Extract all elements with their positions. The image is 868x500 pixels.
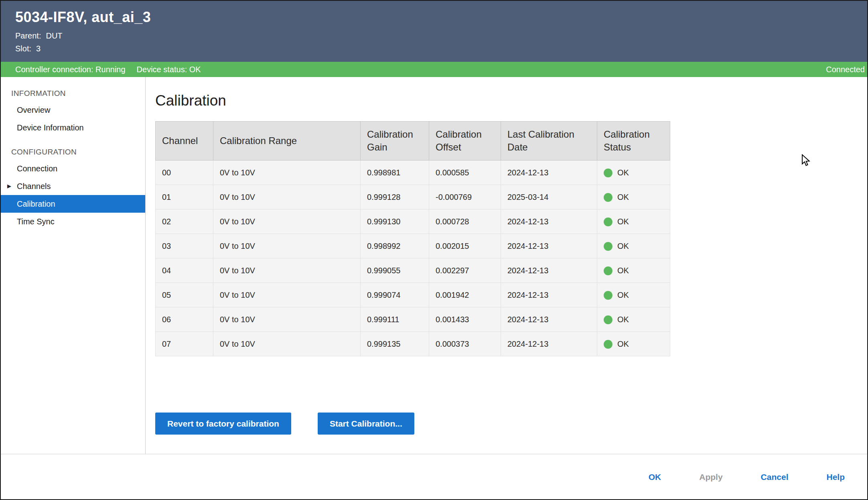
parent-value: DUT bbox=[46, 31, 62, 40]
cell-gain: 0.999055 bbox=[361, 258, 429, 283]
cell-date: 2024-12-13 bbox=[501, 332, 597, 356]
device-status: Device status: OK bbox=[137, 65, 201, 74]
column-header-last-calibration-date: Last Calibration Date bbox=[501, 122, 597, 161]
cell-range: 0V to 10V bbox=[213, 258, 361, 283]
status-ok-icon bbox=[604, 169, 612, 177]
cell-channel: 00 bbox=[156, 161, 213, 185]
table-row: 02 0V to 10V 0.999130 0.000728 2024-12-1… bbox=[156, 209, 670, 234]
cell-range: 0V to 10V bbox=[213, 209, 361, 234]
table-header-row: Channel Calibration Range Calibration Ga… bbox=[156, 122, 670, 161]
status-ok-icon bbox=[604, 193, 612, 202]
column-header-calibration-gain: Calibration Gain bbox=[361, 122, 429, 161]
cell-status: OK bbox=[597, 185, 670, 209]
sidebar-section-configuration: CONFIGURATION bbox=[1, 144, 145, 160]
cell-offset: 0.000373 bbox=[429, 332, 501, 356]
cell-status: OK bbox=[597, 234, 670, 258]
cell-range: 0V to 10V bbox=[213, 332, 361, 356]
chevron-right-icon[interactable]: ▶ bbox=[7, 181, 11, 191]
table-row: 01 0V to 10V 0.999128 -0.000769 2025-03-… bbox=[156, 185, 670, 209]
cell-offset: -0.000769 bbox=[429, 185, 501, 209]
cell-channel: 01 bbox=[156, 185, 213, 209]
sidebar-item-time-sync[interactable]: Time Sync bbox=[1, 213, 145, 230]
cell-status: OK bbox=[597, 161, 670, 185]
cell-gain: 0.999128 bbox=[361, 185, 429, 209]
status-text: OK bbox=[617, 242, 629, 250]
cell-date: 2024-12-13 bbox=[501, 258, 597, 283]
cell-range: 0V to 10V bbox=[213, 283, 361, 307]
cancel-button[interactable]: Cancel bbox=[761, 472, 789, 482]
cell-status: OK bbox=[597, 209, 670, 234]
help-button[interactable]: Help bbox=[826, 472, 845, 482]
cell-offset: 0.000585 bbox=[429, 161, 501, 185]
status-ok-icon bbox=[604, 242, 612, 251]
ok-button[interactable]: OK bbox=[649, 472, 661, 482]
cell-status: OK bbox=[597, 283, 670, 307]
cell-gain: 0.999135 bbox=[361, 332, 429, 356]
cell-offset: 0.002297 bbox=[429, 258, 501, 283]
cell-gain: 0.998981 bbox=[361, 161, 429, 185]
table-row: 07 0V to 10V 0.999135 0.000373 2024-12-1… bbox=[156, 332, 670, 356]
slot-row: Slot:3 bbox=[15, 44, 867, 53]
status-text: OK bbox=[617, 217, 629, 226]
apply-button[interactable]: Apply bbox=[699, 472, 722, 482]
page-title: Calibration bbox=[155, 92, 867, 109]
parent-row: Parent:DUT bbox=[15, 31, 867, 41]
status-bar: Controller connection: Running Device st… bbox=[1, 62, 867, 77]
cell-range: 0V to 10V bbox=[213, 307, 361, 332]
cell-date: 2024-12-13 bbox=[501, 209, 597, 234]
table-row: 00 0V to 10V 0.998981 0.000585 2024-12-1… bbox=[156, 161, 670, 185]
status-text: OK bbox=[617, 339, 629, 348]
action-buttons: Revert to factory calibration Start Cali… bbox=[155, 413, 867, 435]
device-title: 5034-IF8V, aut_ai_3 bbox=[15, 9, 867, 26]
cell-date: 2024-12-13 bbox=[501, 283, 597, 307]
slot-value: 3 bbox=[36, 44, 41, 53]
sidebar-item-label: Calibration bbox=[17, 199, 55, 208]
content-area: INFORMATION Overview Device Information … bbox=[1, 77, 867, 454]
cell-channel: 02 bbox=[156, 209, 213, 234]
sidebar-item-connection[interactable]: Connection bbox=[1, 160, 145, 177]
cell-date: 2024-12-13 bbox=[501, 307, 597, 332]
status-ok-icon bbox=[604, 291, 612, 300]
cell-range: 0V to 10V bbox=[213, 161, 361, 185]
cell-status: OK bbox=[597, 258, 670, 283]
cell-channel: 06 bbox=[156, 307, 213, 332]
sidebar-item-calibration[interactable]: Calibration bbox=[1, 195, 145, 213]
sidebar-item-overview[interactable]: Overview bbox=[1, 101, 145, 119]
status-ok-icon bbox=[604, 266, 612, 275]
sidebar: INFORMATION Overview Device Information … bbox=[1, 77, 146, 454]
cell-date: 2024-12-13 bbox=[501, 234, 597, 258]
table-row: 03 0V to 10V 0.998992 0.002015 2024-12-1… bbox=[156, 234, 670, 258]
calibration-table: Channel Calibration Range Calibration Ga… bbox=[155, 121, 670, 356]
cell-status: OK bbox=[597, 307, 670, 332]
cell-channel: 03 bbox=[156, 234, 213, 258]
sidebar-item-channels[interactable]: ▶ Channels bbox=[1, 177, 145, 195]
status-text: OK bbox=[617, 291, 629, 299]
sidebar-item-label: Device Information bbox=[17, 123, 84, 132]
start-calibration-button[interactable]: Start Calibration... bbox=[318, 413, 414, 435]
slot-label: Slot: bbox=[15, 44, 31, 53]
status-text: OK bbox=[617, 315, 629, 324]
cell-range: 0V to 10V bbox=[213, 185, 361, 209]
table-row: 04 0V to 10V 0.999055 0.002297 2024-12-1… bbox=[156, 258, 670, 283]
status-ok-icon bbox=[604, 340, 612, 349]
column-header-channel: Channel bbox=[156, 122, 213, 161]
footer-bar: OK Apply Cancel Help bbox=[1, 454, 867, 500]
sidebar-section-information: INFORMATION bbox=[1, 85, 145, 101]
sidebar-item-label: Overview bbox=[17, 106, 50, 114]
table-row: 06 0V to 10V 0.999111 0.001433 2024-12-1… bbox=[156, 307, 670, 332]
sidebar-item-label: Connection bbox=[17, 164, 57, 173]
main-panel: Calibration Channel Calibration Range Ca… bbox=[146, 77, 867, 454]
cell-gain: 0.999074 bbox=[361, 283, 429, 307]
controller-connection-status: Controller connection: Running bbox=[15, 65, 126, 74]
cell-channel: 04 bbox=[156, 258, 213, 283]
status-text: OK bbox=[617, 168, 629, 177]
cell-channel: 05 bbox=[156, 283, 213, 307]
sidebar-item-device-information[interactable]: Device Information bbox=[1, 119, 145, 136]
cell-date: 2025-03-14 bbox=[501, 185, 597, 209]
sidebar-item-label: Time Sync bbox=[17, 217, 55, 226]
revert-factory-calibration-button[interactable]: Revert to factory calibration bbox=[155, 413, 291, 435]
parent-label: Parent: bbox=[15, 31, 41, 40]
cell-date: 2024-12-13 bbox=[501, 161, 597, 185]
status-ok-icon bbox=[604, 217, 612, 226]
column-header-calibration-range: Calibration Range bbox=[213, 122, 361, 161]
